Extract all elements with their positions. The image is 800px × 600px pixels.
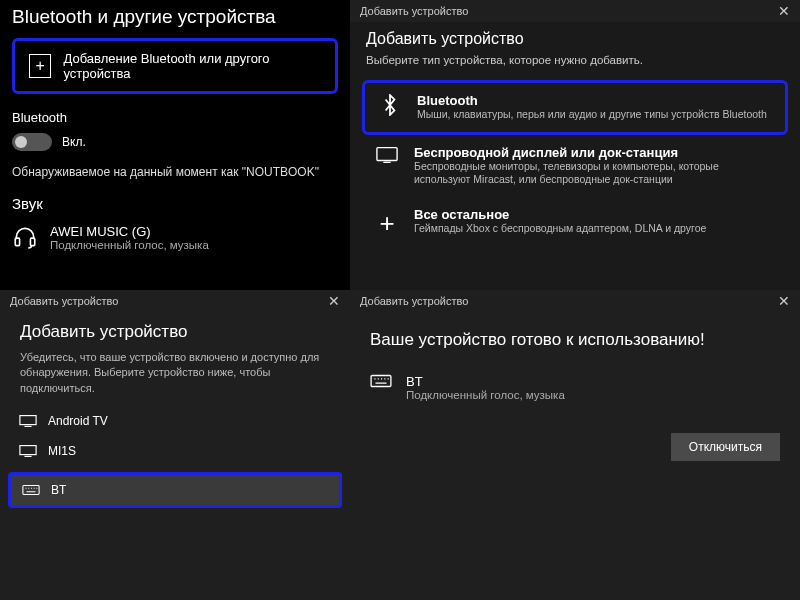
ready-heading: Ваше устройство готово к использованию! <box>370 330 780 350</box>
option-bluetooth[interactable]: Bluetooth Мыши, клавиатуры, перья или ау… <box>362 80 788 135</box>
headset-icon <box>12 224 38 250</box>
option-everything-else[interactable]: + Все остальное Геймпады Xbox с беспрово… <box>362 197 788 249</box>
plus-icon: + <box>29 54 51 78</box>
display-icon <box>374 146 400 164</box>
option-desc: Беспроводные мониторы, телевизоры и комп… <box>414 160 776 187</box>
ready-device-row: BT Подключенный голос, музыка <box>370 374 780 401</box>
dialog-subtext: Выберите тип устройства, которое нужно д… <box>350 54 800 76</box>
option-title: Все остальное <box>414 207 706 222</box>
device-ready-dialog: Добавить устройство ✕ Ваше устройство го… <box>350 290 800 600</box>
audio-device-status: Подключенный голос, музыка <box>50 239 209 251</box>
plus-icon: + <box>374 208 400 239</box>
device-item-tv[interactable]: Android TV <box>8 406 342 436</box>
bluetooth-section-label: Bluetooth <box>0 100 350 129</box>
device-item-mi1s[interactable]: MI1S <box>8 436 342 466</box>
svg-rect-4 <box>20 446 36 455</box>
option-title: Bluetooth <box>417 93 767 108</box>
bluetooth-icon <box>377 94 403 116</box>
device-name: Android TV <box>48 414 108 428</box>
device-item-bt[interactable]: BT <box>8 472 342 508</box>
svg-rect-5 <box>23 486 39 495</box>
svg-rect-0 <box>15 238 19 246</box>
keyboard-icon <box>21 484 41 496</box>
ready-device-name: BT <box>406 374 565 389</box>
add-device-label: Добавление Bluetooth или другого устройс… <box>63 51 321 81</box>
svg-rect-1 <box>30 238 34 246</box>
ready-device-status: Подключенный голос, музыка <box>406 389 565 401</box>
option-wireless-display[interactable]: Беспроводной дисплей или док-станция Бес… <box>362 135 788 197</box>
sound-section-label: Звук <box>0 189 350 216</box>
option-desc: Геймпады Xbox с беспроводным адаптером, … <box>414 222 706 236</box>
dialog-heading: Добавить устройство <box>350 22 800 54</box>
tv-icon <box>18 444 38 458</box>
settings-panel: Bluetooth и другие устройства + Добавлен… <box>0 0 350 290</box>
option-desc: Мыши, клавиатуры, перья или аудио и друг… <box>417 108 767 122</box>
toggle-state-label: Вкл. <box>62 135 86 149</box>
dialog-title: Добавить устройство <box>360 295 468 307</box>
svg-rect-6 <box>371 376 391 387</box>
tv-icon <box>18 414 38 428</box>
close-icon[interactable]: ✕ <box>328 294 340 308</box>
audio-device-row[interactable]: AWEI MUSIC (G) Подключенный голос, музык… <box>0 216 350 259</box>
add-device-dialog-1: Добавить устройство ✕ Добавить устройств… <box>350 0 800 290</box>
svg-rect-2 <box>377 147 397 160</box>
add-device-dialog-2: Добавить устройство ✕ Добавить устройств… <box>0 290 350 600</box>
discoverable-text: Обнаруживаемое на данный момент как "NOU… <box>0 155 350 189</box>
device-name: BT <box>51 483 66 497</box>
dialog-subtext: Убедитесь, что ваше устройство включено … <box>0 350 350 406</box>
svg-rect-3 <box>20 416 36 425</box>
option-title: Беспроводной дисплей или док-станция <box>414 145 776 160</box>
keyboard-icon <box>370 374 392 392</box>
device-name: MI1S <box>48 444 76 458</box>
close-icon[interactable]: ✕ <box>778 294 790 308</box>
page-title: Bluetooth и другие устройства <box>0 0 350 32</box>
bluetooth-toggle[interactable] <box>12 133 52 151</box>
close-icon[interactable]: ✕ <box>778 4 790 18</box>
dialog-heading: Добавить устройство <box>0 312 350 350</box>
disconnect-button[interactable]: Отключиться <box>671 433 780 461</box>
dialog-title: Добавить устройство <box>10 295 118 307</box>
audio-device-name: AWEI MUSIC (G) <box>50 224 209 239</box>
dialog-title: Добавить устройство <box>360 5 468 17</box>
add-device-button[interactable]: + Добавление Bluetooth или другого устро… <box>12 38 338 94</box>
